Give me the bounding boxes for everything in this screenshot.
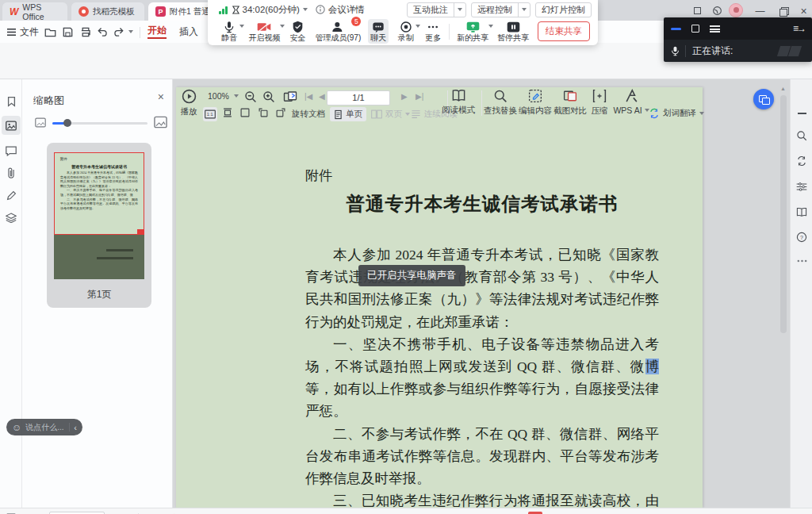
document-page[interactable]: 附件 普通专升本考生诚信考试承诺书 本人参加 2024 年普通专升本考试，已知晓…	[176, 87, 703, 508]
word-translate-button[interactable]: 划词翻译	[649, 108, 704, 119]
thumbnail-size-slider[interactable]	[52, 122, 147, 125]
search-tool-button[interactable]	[793, 127, 810, 144]
screenshot-compare-button[interactable]: 截图对比	[550, 89, 590, 117]
last-page-button[interactable]: ▶|	[416, 92, 423, 101]
more-commands-dropdown[interactable]	[128, 25, 133, 39]
theme-skin-icon[interactable]	[710, 4, 724, 17]
thumbnail-panel-button[interactable]	[2, 116, 21, 135]
save-button[interactable]	[63, 25, 73, 39]
more-button[interactable]: 更多	[423, 19, 443, 44]
restore-button[interactable]	[776, 4, 790, 17]
remote-dropdown[interactable]	[518, 3, 530, 17]
layers-panel-button[interactable]	[2, 208, 21, 227]
minimize-panel-icon[interactable]	[671, 28, 681, 30]
next-page-button[interactable]: ▶	[401, 92, 408, 101]
reading-tool-button[interactable]	[793, 203, 810, 221]
docer-icon	[79, 6, 89, 17]
help-button[interactable]: ?	[793, 228, 810, 246]
page-indicator-box[interactable]: 1/1	[327, 90, 390, 105]
wps-ai-button[interactable]: WPS AI	[614, 89, 649, 115]
layout-mode-icon[interactable]	[691, 4, 704, 17]
rotate-right-button[interactable]	[275, 107, 286, 118]
image-tools-floating-button[interactable]	[753, 89, 774, 109]
close-button[interactable]: ×	[797, 4, 810, 17]
chevron-down-icon[interactable]	[488, 25, 493, 28]
open-folder-button[interactable]	[44, 25, 56, 39]
voice-message-bar[interactable]: ☺ 说点什么... ‹	[6, 419, 82, 435]
compress-button[interactable]: 压缩	[585, 89, 614, 117]
single-page-icon	[334, 109, 343, 120]
undo-button[interactable]	[98, 25, 108, 39]
smiley-icon: ☺	[12, 422, 21, 433]
chevron-down-icon[interactable]	[416, 25, 420, 28]
translate-tool-button[interactable]	[793, 152, 810, 170]
comments-panel-button[interactable]	[2, 141, 21, 160]
first-page-button[interactable]: |◀	[304, 92, 312, 101]
security-button[interactable]: 安全	[287, 19, 308, 44]
minimize-button[interactable]: —	[753, 4, 767, 17]
read-mode-button[interactable]: 阅读模式	[438, 89, 479, 116]
start-video-button[interactable]: 开启视频	[247, 19, 282, 44]
interactive-annotation-button[interactable]: 互动批注	[407, 2, 466, 17]
viewport-handle[interactable]	[137, 229, 144, 235]
collapse-strip-button[interactable]	[793, 105, 810, 122]
meeting-details-button[interactable]: 会议详情	[316, 4, 365, 16]
chevron-down-icon[interactable]	[280, 25, 285, 28]
tab-wps-office[interactable]: W WPS Office	[2, 2, 67, 21]
edit-content-button[interactable]: 编辑内容	[515, 89, 555, 117]
double-page-button[interactable]: 双页	[371, 109, 410, 120]
annotate-panel-button[interactable]	[2, 186, 21, 205]
pause-share-button[interactable]: 暂停共享	[496, 19, 530, 44]
slide-control-button[interactable]: 幻灯片控制	[535, 2, 592, 17]
panel-window-icon[interactable]	[691, 25, 699, 33]
user-avatar[interactable]	[729, 3, 743, 17]
prev-page-button[interactable]: ◀	[319, 92, 325, 101]
play-button[interactable]: 播放	[173, 89, 205, 117]
zoom-level-dropdown[interactable]: 100%	[208, 91, 239, 101]
pause-icon	[507, 21, 520, 33]
rotate-document-button[interactable]: 旋转文档	[292, 109, 325, 120]
fit-width-button[interactable]	[222, 107, 233, 118]
tab-docer-templates[interactable]: 找稻壳模板	[71, 2, 144, 21]
fit-pages-button[interactable]	[283, 90, 297, 103]
zoom-out-button[interactable]	[244, 90, 257, 103]
document-title: 普通专升本考生诚信考试承诺书	[305, 191, 659, 217]
expand-panel-icon[interactable]: ≡→	[793, 23, 805, 34]
single-page-button[interactable]: 单页	[330, 107, 366, 121]
meeting-timer[interactable]: 34:02(60分钟)	[232, 4, 308, 16]
redo-button[interactable]	[113, 25, 124, 39]
mute-button[interactable]: 静音	[217, 19, 241, 44]
new-share-button[interactable]: 新的共享	[455, 19, 490, 44]
tab-home[interactable]: 开始	[147, 25, 167, 39]
find-replace-button[interactable]: 查找替换	[481, 89, 520, 117]
actual-size-button[interactable]: 1:1	[203, 107, 217, 121]
attachments-panel-button[interactable]	[2, 163, 21, 182]
voice-input-placeholder[interactable]: 说点什么...	[25, 422, 65, 433]
file-menu[interactable]: 文件	[6, 25, 39, 39]
settings-tool-button[interactable]	[793, 178, 810, 195]
manage-members-button[interactable]: 管理成员(97) 5	[313, 19, 362, 44]
paragraph-1-text: 一、坚决不携带手机、电子设备等违禁物品进入考场，不将试题拍照上网或发送到 QQ …	[305, 336, 659, 374]
page-thumbnail[interactable]: 附件 普通专升本考生诚信考试承诺书 本人参加 2024 年普通专升本考试，已知晓…	[54, 152, 144, 235]
slider-knob[interactable]	[63, 119, 71, 127]
remote-control-button[interactable]: 远程控制	[471, 2, 530, 17]
tab-insert[interactable]: 插入	[179, 25, 198, 39]
chat-button[interactable]: 聊天	[368, 19, 389, 44]
rotate-left-button[interactable]	[258, 107, 269, 118]
fit-page-button[interactable]	[239, 107, 251, 118]
bookmark-panel-button[interactable]	[2, 92, 21, 111]
annotation-dropdown[interactable]	[454, 3, 465, 17]
more-tools-button[interactable]	[793, 252, 810, 270]
end-share-button[interactable]: 结束共享	[538, 21, 590, 41]
collapse-voicebar-button[interactable]: ‹	[74, 423, 77, 432]
print-button[interactable]	[80, 25, 91, 39]
zoom-in-button[interactable]	[262, 90, 275, 103]
panel-list-icon[interactable]	[710, 25, 720, 33]
page-thumbnail-card[interactable]: 附件 普通专升本考生诚信考试承诺书 本人参加 2024 年普通专升本考试，已知晓…	[47, 143, 151, 308]
chevron-down-icon[interactable]	[239, 25, 244, 28]
paperclip-icon	[6, 167, 16, 178]
record-button[interactable]: 录制	[394, 19, 417, 44]
vertical-scrollbar[interactable]	[780, 95, 787, 333]
close-panel-button[interactable]: ×	[158, 90, 164, 103]
scroll-up-arrow[interactable]: ▲	[780, 86, 786, 91]
